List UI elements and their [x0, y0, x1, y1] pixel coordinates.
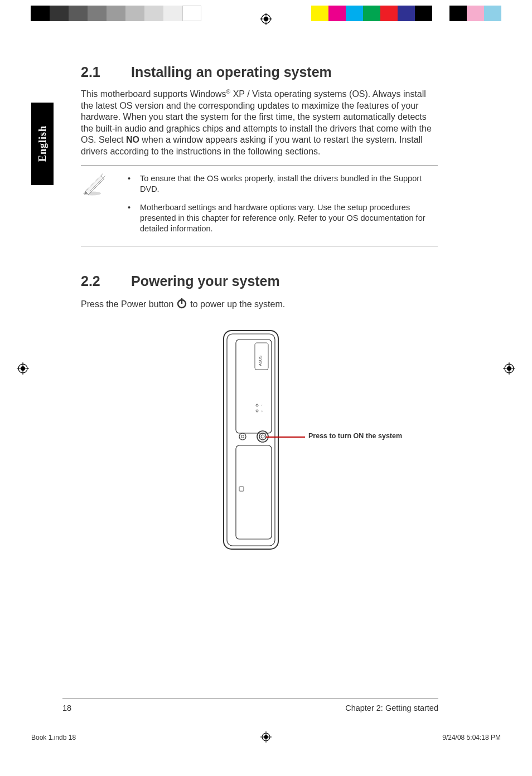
- page-footer: 18 Chapter 2: Getting started: [62, 704, 438, 712]
- note-item: Motherboard settings and hardware option…: [124, 202, 438, 234]
- imprint-line: Book 1.indb 18 9/24/08 5:04:18 PM: [31, 734, 501, 741]
- svg-text:☼: ☼: [260, 409, 263, 413]
- svg-line-14: [90, 176, 105, 191]
- footer-rule: [62, 698, 438, 699]
- registration-mark-icon: [260, 13, 272, 25]
- section-number: 2.1: [81, 64, 131, 80]
- printer-marks-top: [0, 6, 532, 21]
- callout-label: Press to turn ON the system: [308, 432, 402, 440]
- imprint-file: Book 1.indb 18: [31, 734, 76, 741]
- page-content: 2.1Installing an operating system This m…: [81, 64, 438, 557]
- section-title: Installing an operating system: [131, 64, 332, 80]
- registration-mark-bottom-icon: [260, 731, 272, 744]
- section-2-1-body: This motherboard supports Windows® XP / …: [81, 88, 438, 157]
- note-item: To ensure that the OS works properly, in…: [124, 173, 438, 195]
- language-tab: English: [31, 103, 54, 185]
- section-title: Powering your system: [131, 273, 280, 289]
- note-box: To ensure that the OS works properly, in…: [81, 165, 438, 246]
- power-icon: [176, 297, 188, 312]
- note-list: To ensure that the OS works properly, in…: [124, 170, 438, 241]
- svg-rect-31: [236, 445, 272, 539]
- language-label: English: [37, 125, 49, 162]
- svg-text:႒: ႒: [260, 404, 263, 407]
- power-instruction: Press the Power button to power up the s…: [81, 297, 438, 312]
- section-2-2-heading: 2.2Powering your system: [81, 273, 438, 289]
- registration-mark-right-icon: [503, 362, 515, 377]
- page-number: 18: [62, 704, 71, 712]
- computer-tower-icon: ASUS ႒ ☼: [220, 328, 282, 551]
- chapter-label: Chapter 2: Getting started: [345, 704, 438, 712]
- color-calibration: [311, 6, 501, 21]
- section-number: 2.2: [81, 273, 131, 289]
- grayscale-calibration: [31, 6, 201, 21]
- pencil-note-icon: [81, 170, 113, 241]
- imprint-timestamp: 9/24/08 5:04:18 PM: [442, 734, 501, 741]
- section-2-1-heading: 2.1Installing an operating system: [81, 64, 438, 80]
- system-diagram: ASUS ႒ ☼ Press to turn ON the: [81, 328, 438, 557]
- registration-mark-left-icon: [17, 362, 29, 377]
- callout-line: [266, 437, 305, 438]
- svg-text:ASUS: ASUS: [258, 355, 262, 366]
- section-2-2: 2.2Powering your system Press the Power …: [81, 273, 438, 557]
